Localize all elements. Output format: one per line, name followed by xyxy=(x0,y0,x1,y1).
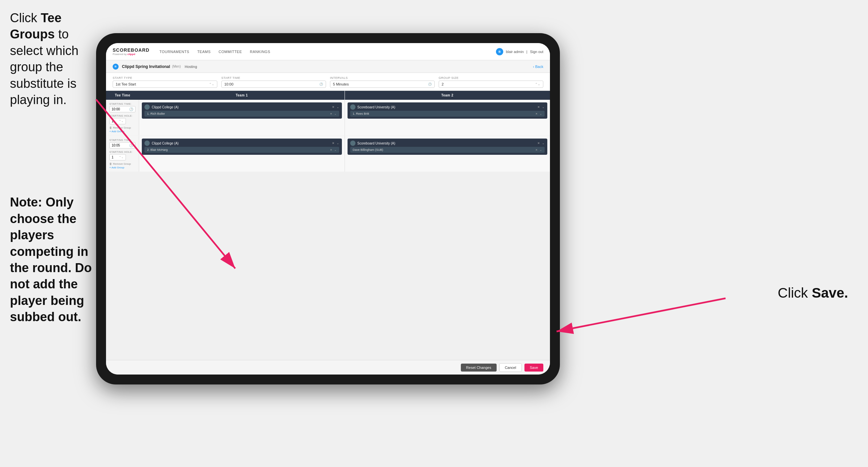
instructions-panel: Click Tee Groups to select which group t… xyxy=(0,0,109,325)
team2-icon-1 xyxy=(350,105,355,110)
player2-2-name: Dave Billingham (SUB) xyxy=(353,148,383,151)
note-bold-text: Only choose the players competing in the… xyxy=(10,195,92,324)
player1-1-entry[interactable]: 1. Rich Butler ✕ ⌄ xyxy=(145,111,339,117)
starting-time-input-1[interactable]: 10:00🕐 xyxy=(109,106,135,112)
player2-1-chevron: ⌄ xyxy=(540,112,542,115)
team1-remove-2[interactable]: ✕ xyxy=(332,142,335,145)
instruction-note: Note: Only choose the players competing … xyxy=(10,194,99,325)
tee-sidebar-1: STARTING TIME: 10:00🕐 STARTING HOLE: 1⌃⌄… xyxy=(106,100,139,136)
instruction-text-1: Click Tee Groups to select which group t… xyxy=(10,10,99,108)
team2-remove-2[interactable]: ✕ xyxy=(537,142,540,145)
subheader-badge: (Men) xyxy=(172,65,181,68)
starting-hole-label-1: STARTING HOLE: xyxy=(109,114,135,117)
start-time-arrows: 🕐 xyxy=(319,83,323,86)
remove-group-button-1[interactable]: 🗑Remove Group xyxy=(109,126,135,129)
player1-1-chevron: ⌄ xyxy=(334,112,337,115)
back-button[interactable]: ‹ Back xyxy=(533,65,543,68)
player2-2-entry[interactable]: Dave Billingham (SUB) ✕ ⌄ xyxy=(350,147,545,153)
player1-1-name: 1. Rich Butler xyxy=(147,112,165,115)
player1-2-chevron: ⌄ xyxy=(334,148,337,151)
tablet-frame: SCOREBOARD Powered by clippd TOURNAMENTS… xyxy=(96,33,560,384)
sign-out-link[interactable]: Sign out xyxy=(530,50,543,54)
tee-sidebar-2: STARTING TIME: 10:05🕐 STARTING HOLE: 1⌃⌄… xyxy=(106,136,139,172)
player1-2-name: 2. Blair McHarg xyxy=(147,148,168,151)
start-type-label: Start Type xyxy=(113,76,217,80)
add-group-button-2[interactable]: + Add Group xyxy=(109,166,135,169)
start-time-group: Start Time 10:00 🕐 xyxy=(221,76,326,88)
brand-scoreboard: SCOREBOARD xyxy=(113,48,149,53)
col-team2: Team 2 xyxy=(345,91,550,100)
navbar: SCOREBOARD Powered by clippd TOURNAMENTS… xyxy=(106,43,550,60)
group-row-2: STARTING TIME: 10:05🕐 STARTING HOLE: 1⌃⌄… xyxy=(106,136,550,172)
group-row-1: STARTING TIME: 10:00🕐 STARTING HOLE: 1⌃⌄… xyxy=(106,100,550,136)
reset-changes-button[interactable]: Reset Changes xyxy=(461,363,497,372)
player2-2-chevron: ⌄ xyxy=(540,148,542,151)
teams-area-2: Clippd College (A) ✕ ⌄ 2. Blair McHarg ✕ xyxy=(139,136,550,172)
player2-1-remove[interactable]: ✕ xyxy=(535,112,538,115)
starting-time-label-1: STARTING TIME: xyxy=(109,103,135,106)
intervals-label: Intervals xyxy=(330,76,435,80)
team2-name-2: Scoreboard University (A) xyxy=(358,142,536,145)
team2-name-1: Scoreboard University (A) xyxy=(358,106,536,109)
player2-2-remove[interactable]: ✕ xyxy=(535,148,538,151)
right-instruction: Click Save. xyxy=(778,285,848,301)
user-name: blair admin xyxy=(506,50,524,54)
settings-row: Start Type 1st Tee Start ⌃⌄ Start Time 1… xyxy=(106,73,550,91)
team2-remove-1[interactable]: ✕ xyxy=(537,106,540,109)
team1-name-2: Clippd College (A) xyxy=(152,142,330,145)
nav-right: B blair admin | Sign out xyxy=(496,48,543,55)
brand: SCOREBOARD Powered by clippd xyxy=(113,48,149,56)
starting-hole-input-2[interactable]: 1⌃⌄ xyxy=(109,154,126,160)
starting-time-input-2[interactable]: 10:05🕐 xyxy=(109,142,135,148)
team2-card-2: Scoreboard University (A) ✕ ⌄ Dave Billi… xyxy=(345,136,550,172)
team1-icon-2 xyxy=(145,141,150,146)
cancel-button[interactable]: Cancel xyxy=(499,363,522,372)
tablet-screen: SCOREBOARD Powered by clippd TOURNAMENTS… xyxy=(106,43,550,375)
remove-group-button-2[interactable]: 🗑Remove Group xyxy=(109,163,135,166)
team1-entry-1[interactable]: Clippd College (A) ✕ ⌄ 1. Rich Butler ✕ xyxy=(142,103,342,119)
team1-chevron-1: ⌄ xyxy=(337,106,339,109)
player2-1-name: 1. Rees Britt xyxy=(353,112,369,115)
save-button[interactable]: Save xyxy=(524,363,543,372)
nav-tournaments[interactable]: TOURNAMENTS xyxy=(159,49,189,55)
intervals-arrows: 🕐 xyxy=(428,83,432,86)
nav-teams[interactable]: TEAMS xyxy=(197,49,210,55)
player2-1-entry[interactable]: 1. Rees Britt ✕ ⌄ xyxy=(350,111,545,117)
arrow-save xyxy=(557,298,725,331)
team1-entry-2[interactable]: Clippd College (A) ✕ ⌄ 2. Blair McHarg ✕ xyxy=(142,139,342,155)
team2-chevron-1: ⌄ xyxy=(542,106,545,109)
group-size-label: Group Size xyxy=(439,76,543,80)
teams-area-1: Clippd College (A) ✕ ⌄ 1. Rich Butler ✕ xyxy=(139,100,550,136)
start-type-group: Start Type 1st Tee Start ⌃⌄ xyxy=(113,76,217,88)
nav-committee[interactable]: COMMITTEE xyxy=(219,49,242,55)
starting-hole-input-1[interactable]: 1⌃⌄ xyxy=(109,118,126,124)
intervals-input[interactable]: 5 Minutes 🕐 xyxy=(330,81,435,88)
start-type-input[interactable]: 1st Tee Start ⌃⌄ xyxy=(113,81,217,88)
team1-card-1: Clippd College (A) ✕ ⌄ 1. Rich Butler ✕ xyxy=(139,100,345,136)
note-bold-prefix: Note: xyxy=(10,195,46,209)
team1-chevron-2: ⌄ xyxy=(337,142,339,145)
team2-entry-1[interactable]: Scoreboard University (A) ✕ ⌄ 1. Rees Br… xyxy=(347,103,548,119)
subheader-title: Clippd Spring Invitational xyxy=(122,64,170,69)
player1-2-entry[interactable]: 2. Blair McHarg ✕ ⌄ xyxy=(145,147,339,153)
group-size-group: Group Size 2 ⌃⌄ xyxy=(439,76,543,88)
team1-remove-1[interactable]: ✕ xyxy=(332,106,335,109)
avatar: B xyxy=(496,48,503,55)
starting-hole-label-2: STARTING HOLE: xyxy=(109,150,135,153)
team2-chevron-2: ⌄ xyxy=(542,142,545,145)
nav-links: TOURNAMENTS TEAMS COMMITTEE RANKINGS xyxy=(159,49,496,55)
add-group-button-1[interactable]: + Add Group xyxy=(109,130,135,133)
col-tee-time: Tee Time xyxy=(106,91,139,100)
group-size-input[interactable]: 2 ⌃⌄ xyxy=(439,81,543,88)
nav-rankings[interactable]: RANKINGS xyxy=(250,49,270,55)
start-time-input[interactable]: 10:00 🕐 xyxy=(221,81,326,88)
right-instruction-bold: Save. xyxy=(812,285,848,301)
player1-1-remove[interactable]: ✕ xyxy=(330,112,332,115)
player1-2-remove[interactable]: ✕ xyxy=(330,148,332,151)
brand-powered: Powered by clippd xyxy=(113,53,149,56)
subheader-icon: B xyxy=(113,64,119,69)
col-team1: Team 1 xyxy=(139,91,345,100)
team2-icon-2 xyxy=(350,141,355,146)
footer: Reset Changes Cancel Save xyxy=(106,360,550,375)
team2-entry-2[interactable]: Scoreboard University (A) ✕ ⌄ Dave Billi… xyxy=(347,139,548,155)
